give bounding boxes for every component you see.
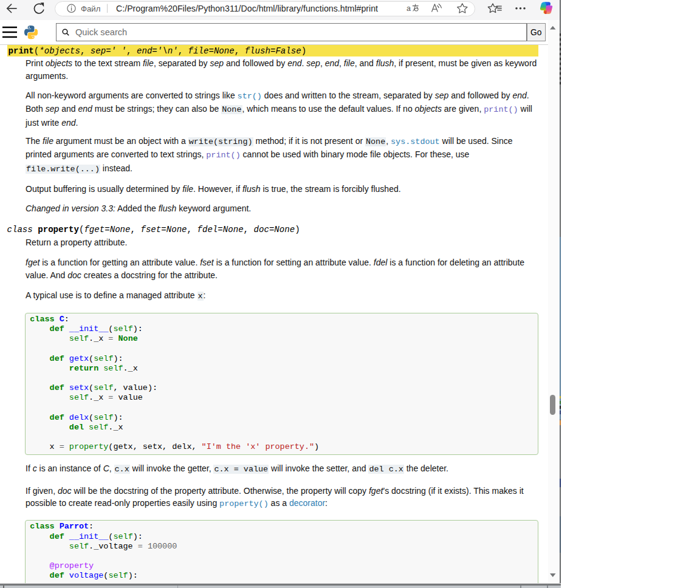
svg-text:a: a — [407, 4, 411, 13]
